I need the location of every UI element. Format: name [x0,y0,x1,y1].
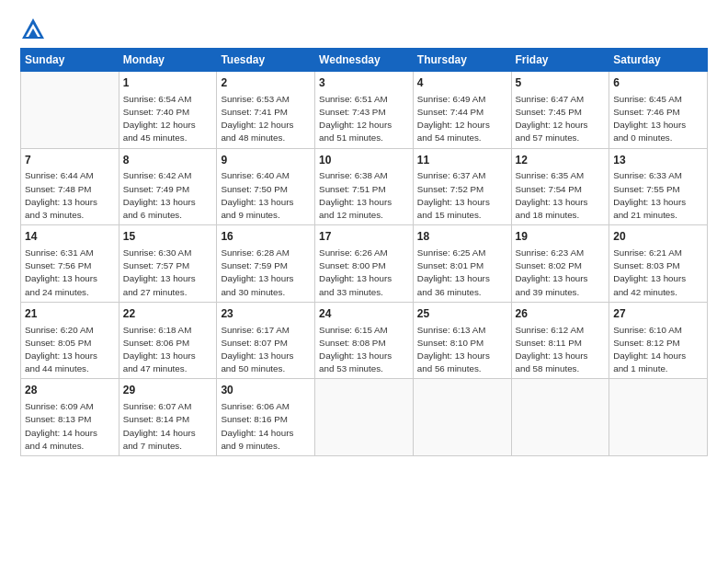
day-number: 5 [516,75,606,91]
calendar-cell: 8Sunrise: 6:42 AMSunset: 7:49 PMDaylight… [119,148,217,225]
calendar-cell: 11Sunrise: 6:37 AMSunset: 7:52 PMDayligh… [413,148,511,225]
day-info: Sunrise: 6:26 AMSunset: 8:00 PMDaylight:… [319,247,409,299]
calendar-cell: 13Sunrise: 6:33 AMSunset: 7:55 PMDayligh… [609,148,708,225]
calendar-cell: 30Sunrise: 6:06 AMSunset: 8:16 PMDayligh… [217,379,315,456]
day-number: 1 [123,75,213,91]
day-info: Sunrise: 6:15 AMSunset: 8:08 PMDaylight:… [319,324,409,376]
day-info: Sunrise: 6:30 AMSunset: 7:57 PMDaylight:… [123,247,213,299]
calendar-cell [21,72,119,149]
day-number: 4 [417,75,507,91]
calendar-cell: 22Sunrise: 6:18 AMSunset: 8:06 PMDayligh… [119,302,217,379]
page: SundayMondayTuesdayWednesdayThursdayFrid… [0,0,728,465]
day-number: 20 [613,229,703,245]
week-row-2: 7Sunrise: 6:44 AMSunset: 7:48 PMDaylight… [21,148,708,225]
day-info: Sunrise: 6:35 AMSunset: 7:54 PMDaylight:… [516,169,606,222]
logo-icon [20,17,46,42]
calendar-cell: 12Sunrise: 6:35 AMSunset: 7:54 PMDayligh… [511,148,609,225]
day-number: 19 [516,229,606,245]
week-row-4: 21Sunrise: 6:20 AMSunset: 8:05 PMDayligh… [21,302,708,379]
day-info: Sunrise: 6:53 AMSunset: 7:41 PMDaylight:… [221,93,311,145]
day-number: 12 [516,153,606,168]
calendar-cell: 21Sunrise: 6:20 AMSunset: 8:05 PMDayligh… [21,302,119,379]
day-info: Sunrise: 6:28 AMSunset: 7:59 PMDaylight:… [221,247,311,299]
calendar-cell: 1Sunrise: 6:54 AMSunset: 7:40 PMDaylight… [119,72,217,149]
calendar-cell [609,379,708,456]
calendar-cell: 28Sunrise: 6:09 AMSunset: 8:13 PMDayligh… [21,379,119,456]
day-number: 2 [221,75,311,91]
day-info: Sunrise: 6:47 AMSunset: 7:45 PMDaylight:… [516,93,606,145]
calendar-cell: 5Sunrise: 6:47 AMSunset: 7:45 PMDaylight… [511,72,609,149]
calendar-cell: 16Sunrise: 6:28 AMSunset: 7:59 PMDayligh… [217,225,315,303]
week-row-3: 14Sunrise: 6:31 AMSunset: 7:56 PMDayligh… [21,225,708,303]
day-header-monday: Monday [119,49,217,72]
day-info: Sunrise: 6:06 AMSunset: 8:16 PMDaylight:… [221,400,311,453]
calendar-cell [413,379,511,456]
day-info: Sunrise: 6:40 AMSunset: 7:50 PMDaylight:… [221,169,311,222]
calendar-cell: 4Sunrise: 6:49 AMSunset: 7:44 PMDaylight… [413,72,511,149]
day-number: 23 [221,306,311,322]
day-number: 6 [613,75,703,91]
calendar-cell: 20Sunrise: 6:21 AMSunset: 8:03 PMDayligh… [609,225,708,303]
day-info: Sunrise: 6:54 AMSunset: 7:40 PMDaylight:… [123,93,213,145]
day-info: Sunrise: 6:10 AMSunset: 8:12 PMDaylight:… [613,324,703,376]
day-info: Sunrise: 6:31 AMSunset: 7:56 PMDaylight:… [25,247,115,299]
week-row-5: 28Sunrise: 6:09 AMSunset: 8:13 PMDayligh… [21,379,708,456]
day-info: Sunrise: 6:13 AMSunset: 8:10 PMDaylight:… [417,324,507,376]
day-number: 10 [319,153,409,168]
calendar-cell: 15Sunrise: 6:30 AMSunset: 7:57 PMDayligh… [119,225,217,303]
day-header-wednesday: Wednesday [315,49,414,72]
calendar-cell: 29Sunrise: 6:07 AMSunset: 8:14 PMDayligh… [119,379,217,456]
day-header-sunday: Sunday [21,49,119,72]
day-number: 3 [319,75,409,91]
day-number: 21 [25,306,115,322]
calendar-cell: 6Sunrise: 6:45 AMSunset: 7:46 PMDaylight… [609,72,708,149]
calendar-cell: 27Sunrise: 6:10 AMSunset: 8:12 PMDayligh… [609,302,708,379]
day-number: 24 [319,306,409,322]
day-number: 27 [613,306,703,322]
day-header-tuesday: Tuesday [217,49,315,72]
logo [20,17,50,42]
header-row: SundayMondayTuesdayWednesdayThursdayFrid… [21,49,708,72]
calendar-cell: 7Sunrise: 6:44 AMSunset: 7:48 PMDaylight… [21,148,119,225]
day-info: Sunrise: 6:37 AMSunset: 7:52 PMDaylight:… [417,169,507,222]
day-number: 8 [123,153,213,168]
day-info: Sunrise: 6:25 AMSunset: 8:01 PMDaylight:… [417,247,507,299]
day-info: Sunrise: 6:07 AMSunset: 8:14 PMDaylight:… [123,400,213,453]
calendar-cell [315,379,414,456]
calendar-cell: 26Sunrise: 6:12 AMSunset: 8:11 PMDayligh… [511,302,609,379]
calendar-cell: 18Sunrise: 6:25 AMSunset: 8:01 PMDayligh… [413,225,511,303]
day-info: Sunrise: 6:38 AMSunset: 7:51 PMDaylight:… [319,169,409,222]
day-number: 16 [221,229,311,245]
calendar-cell: 10Sunrise: 6:38 AMSunset: 7:51 PMDayligh… [315,148,414,225]
day-info: Sunrise: 6:33 AMSunset: 7:55 PMDaylight:… [613,169,703,222]
day-info: Sunrise: 6:18 AMSunset: 8:06 PMDaylight:… [123,324,213,376]
calendar-cell: 3Sunrise: 6:51 AMSunset: 7:43 PMDaylight… [315,72,414,149]
calendar-cell: 23Sunrise: 6:17 AMSunset: 8:07 PMDayligh… [217,302,315,379]
calendar-cell: 2Sunrise: 6:53 AMSunset: 7:41 PMDaylight… [217,72,315,149]
day-info: Sunrise: 6:44 AMSunset: 7:48 PMDaylight:… [25,169,115,222]
week-row-1: 1Sunrise: 6:54 AMSunset: 7:40 PMDaylight… [21,72,708,149]
day-info: Sunrise: 6:21 AMSunset: 8:03 PMDaylight:… [613,247,703,299]
day-info: Sunrise: 6:23 AMSunset: 8:02 PMDaylight:… [516,247,606,299]
calendar-cell: 19Sunrise: 6:23 AMSunset: 8:02 PMDayligh… [511,225,609,303]
day-number: 15 [123,229,213,245]
header [20,17,708,42]
day-number: 14 [25,229,115,245]
calendar-cell: 25Sunrise: 6:13 AMSunset: 8:10 PMDayligh… [413,302,511,379]
day-number: 17 [319,229,409,245]
day-info: Sunrise: 6:20 AMSunset: 8:05 PMDaylight:… [25,324,115,376]
day-number: 7 [25,153,115,168]
day-number: 29 [123,383,213,398]
day-header-thursday: Thursday [413,49,511,72]
day-number: 13 [613,153,703,168]
calendar-cell: 17Sunrise: 6:26 AMSunset: 8:00 PMDayligh… [315,225,414,303]
day-info: Sunrise: 6:17 AMSunset: 8:07 PMDaylight:… [221,324,311,376]
day-info: Sunrise: 6:49 AMSunset: 7:44 PMDaylight:… [417,93,507,145]
day-info: Sunrise: 6:42 AMSunset: 7:49 PMDaylight:… [123,169,213,222]
day-number: 28 [25,383,115,398]
day-info: Sunrise: 6:45 AMSunset: 7:46 PMDaylight:… [613,93,703,145]
day-number: 11 [417,153,507,168]
day-number: 22 [123,306,213,322]
day-number: 30 [221,383,311,398]
day-header-saturday: Saturday [609,49,708,72]
